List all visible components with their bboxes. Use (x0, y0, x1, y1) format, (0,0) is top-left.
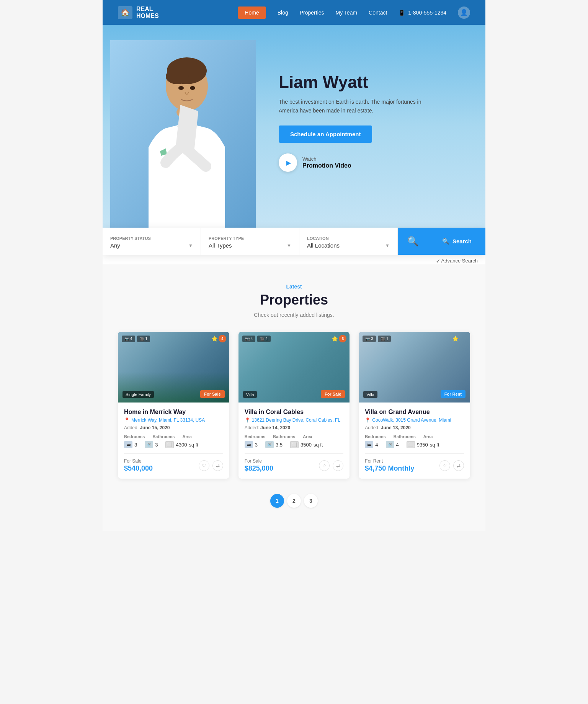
card-number-badge: 4 (219, 335, 226, 342)
schedule-appointment-button[interactable]: Schedule an Appointment (279, 125, 372, 143)
bathrooms-spec: 🚿 3 (145, 441, 158, 448)
status-chevron-down-icon: ▼ (188, 243, 193, 248)
bathrooms-label: Bathrooms (273, 434, 295, 439)
property-status-value: Any ▼ (110, 242, 193, 249)
user-avatar[interactable]: 👤 (458, 7, 470, 19)
card-price-block: For Rent $4,750 Monthly (365, 458, 414, 473)
bath-icon: 🚿 (145, 441, 153, 448)
location-chevron-down-icon: ▼ (385, 243, 390, 248)
hero-section: Liam Wyatt The best investment on Earth … (103, 25, 485, 228)
play-icon[interactable] (279, 153, 297, 172)
pin-icon: 📍 (365, 417, 371, 423)
card-address[interactable]: 📍 13621 Deering Bay Drive, Coral Gables,… (245, 417, 344, 423)
card-actions: ♡ ⇄ (199, 460, 223, 471)
card-media-icons: 📷 3 🎬 1 (363, 336, 391, 342)
property-type-label: Property Type (209, 236, 291, 241)
area-icon: ⬜ (407, 441, 415, 448)
phone-number: 1-800-555-1234 (408, 10, 446, 16)
logo[interactable]: 🏠 REAL HOMES (118, 6, 159, 19)
page-1-button[interactable]: 1 (270, 494, 284, 508)
properties-grid: 📷 4 🎬 1 ⭐ 4 Single Family For Sale Home … (118, 332, 470, 479)
bedrooms-label: Bedrooms (245, 434, 265, 439)
compare-button[interactable]: ⇄ (333, 460, 343, 471)
card-specs: 🛏 3 🚿 3 ⬜ 4300 sq ft (124, 441, 223, 448)
bed-icon: 🛏 (124, 441, 132, 448)
svg-point-5 (178, 86, 184, 90)
bed-icon: 🛏 (245, 441, 253, 448)
bedrooms-value: 3 (255, 442, 258, 448)
video-icon: 🎬 (140, 337, 144, 341)
card-title[interactable]: Villa on Grand Avenue (365, 409, 464, 416)
section-title: Properties (118, 292, 470, 308)
card-media-icons: 📷 4 🎬 1 (242, 336, 271, 342)
area-value: 3500 (301, 442, 312, 448)
property-status-badge: For Rent (441, 390, 466, 398)
favorite-button[interactable]: ♡ (319, 460, 330, 471)
video-count: 1 (145, 337, 148, 341)
card-specs: 🛏 4 🚿 4 ⬜ 9350 sq ft (365, 441, 464, 448)
favorite-button[interactable]: ♡ (199, 460, 209, 471)
card-body: Home in Merrick Way 📍 Merrick Way, Miami… (118, 403, 229, 479)
bathrooms-spec: 🚿 4 (386, 441, 399, 448)
property-status-field[interactable]: Property Status Any ▼ (103, 228, 201, 255)
search-icon: 🔍 (407, 236, 419, 247)
pin-icon: 📍 (245, 417, 250, 423)
card-body: Villa on Grand Avenue 📍 CocoWalk, 3015 G… (359, 403, 470, 479)
property-type-badge: Single Family (122, 391, 154, 398)
card-specs-labels: Bedrooms Bathrooms Area (365, 434, 464, 439)
card-title[interactable]: Villa in Coral Gables (245, 409, 344, 416)
pagination: 1 2 3 (118, 494, 470, 515)
card-address[interactable]: 📍 Merrick Way, Miami, FL 33134, USA (124, 417, 223, 423)
favorite-button[interactable]: ♡ (439, 460, 450, 471)
area-spec: ⬜ 9350 sq ft (407, 441, 439, 448)
property-status-badge: For Sale (321, 390, 345, 398)
camera-icon: 📷 (245, 337, 250, 341)
logo-text: REAL HOMES (136, 6, 159, 19)
card-price: $825,000 (245, 464, 273, 473)
property-type-field[interactable]: Property Type All Types ▼ (201, 228, 299, 255)
page-3-button[interactable]: 3 (304, 494, 318, 508)
bedrooms-label: Bedrooms (124, 434, 145, 439)
card-title[interactable]: Home in Merrick Way (124, 409, 223, 416)
area-label: Area (423, 434, 433, 439)
area-label: Area (303, 434, 312, 439)
nav-phone[interactable]: 📱 1-800-555-1234 (399, 10, 446, 16)
hero-agent-name: Liam Wyatt (279, 73, 432, 91)
property-card: 📷 4 🎬 1 ⭐ 4 Single Family For Sale Home … (118, 332, 229, 479)
video-count-badge: 🎬 1 (257, 336, 271, 342)
card-footer: For Rent $4,750 Monthly ♡ ⇄ (365, 453, 464, 473)
nav-contact[interactable]: Contact (369, 10, 387, 16)
area-unit: sq ft (189, 442, 198, 448)
search-icon-button[interactable]: 🔍 (398, 228, 428, 255)
nav-myteam[interactable]: My Team (336, 10, 358, 16)
watch-video-button[interactable]: Watch Promotion Video (279, 153, 432, 172)
bathrooms-value: 4 (396, 442, 399, 448)
advance-search-link[interactable]: Advance Search (103, 255, 485, 264)
property-type-value: All Types ▼ (209, 242, 291, 249)
location-field[interactable]: Location All Locations ▼ (299, 228, 398, 255)
card-price-status: For Rent (365, 458, 414, 464)
card-price: $540,000 (124, 464, 153, 473)
area-value: 9350 (417, 442, 428, 448)
favorite-star-icon: ⭐ (452, 336, 459, 342)
favorite-star-icon: ⭐ (332, 336, 338, 342)
bathrooms-value: 3 (155, 442, 158, 448)
compare-button[interactable]: ⇄ (453, 460, 464, 471)
nav-blog[interactable]: Blog (278, 10, 288, 16)
main-nav: Home Blog Properties My Team Contact 📱 1… (238, 7, 470, 19)
video-icon: 🎬 (260, 337, 265, 341)
search-button[interactable]: 🔍 Search (428, 228, 485, 255)
nav-properties[interactable]: Properties (300, 10, 324, 16)
area-spec: ⬜ 4300 sq ft (165, 441, 198, 448)
nav-home[interactable]: Home (238, 7, 266, 19)
bedrooms-label: Bedrooms (365, 434, 385, 439)
card-address[interactable]: 📍 CocoWalk, 3015 Grand Avenue, Miami (365, 417, 464, 423)
phone-icon: 📱 (399, 10, 405, 16)
bathrooms-label: Bathrooms (394, 434, 416, 439)
compare-button[interactable]: ⇄ (212, 460, 223, 471)
address-text: CocoWalk, 3015 Grand Avenue, Miami (372, 417, 451, 423)
page-2-button[interactable]: 2 (287, 494, 301, 508)
photo-count-badge: 📷 3 (363, 336, 376, 342)
address-text: Merrick Way, Miami, FL 33134, USA (131, 417, 205, 423)
svg-point-3 (166, 69, 189, 84)
